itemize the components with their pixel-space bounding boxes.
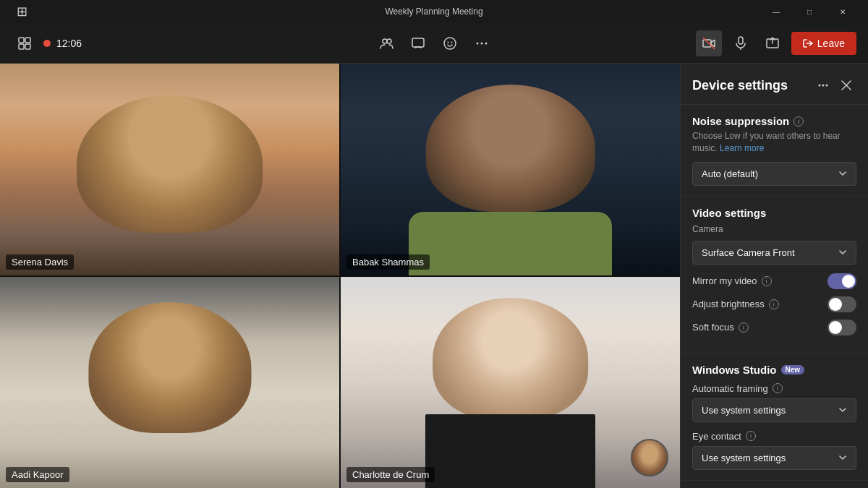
brightness-label: Adjust brightness i: [692, 299, 779, 309]
svg-point-21: [826, 85, 828, 87]
window-title: Weekly Planning Meeting: [385, 7, 482, 17]
mirror-info-icon[interactable]: i: [762, 276, 772, 286]
video-settings-title: Video settings: [692, 207, 856, 219]
windows-studio-section: Windows Studio New Automatic framing i U…: [681, 354, 868, 481]
minimize-button[interactable]: —: [760, 0, 793, 23]
chat-icon[interactable]: [405, 30, 431, 56]
brightness-toggle[interactable]: [827, 296, 856, 312]
svg-point-7: [444, 38, 456, 49]
windows-studio-title: Windows Studio New: [692, 364, 856, 376]
participants-icon[interactable]: [373, 30, 399, 56]
soft-focus-label: Soft focus i: [692, 322, 749, 333]
video-tile-babak: Babak Shammas: [341, 64, 680, 275]
recording-dot: [43, 40, 51, 47]
title-bar-left: ⊞: [9, 0, 35, 25]
toolbar: 12:06: [0, 23, 868, 64]
toolbar-center: [296, 30, 571, 56]
toolbar-left: 12:06: [12, 30, 287, 56]
auto-framing-info-icon[interactable]: i: [773, 383, 783, 393]
svg-point-9: [451, 41, 452, 43]
soft-focus-row: Soft focus i: [692, 320, 856, 335]
maximize-button[interactable]: □: [793, 0, 826, 23]
svg-rect-15: [739, 37, 743, 44]
svg-point-20: [822, 85, 825, 87]
camera-dropdown[interactable]: Surface Camera Front: [692, 241, 856, 265]
svg-rect-6: [412, 38, 424, 47]
svg-point-12: [485, 42, 487, 44]
video-tile-serena: Serena Davis: [0, 64, 339, 275]
svg-rect-3: [25, 44, 30, 49]
brightness-row: Adjust brightness i: [692, 296, 856, 312]
svg-rect-0: [19, 38, 24, 43]
recording-indicator: 12:06: [43, 38, 82, 49]
device-settings-panel: Device settings: [680, 64, 868, 488]
camera-label-row: Camera: [692, 222, 856, 235]
video-tile-charlotte: Charlotte de Crum: [341, 277, 680, 489]
mirror-video-toggle[interactable]: [827, 273, 856, 289]
panel-header-icons: [813, 75, 856, 95]
window-controls: — □ ✕: [760, 0, 859, 23]
noise-suppression-dropdown[interactable]: Auto (default): [692, 162, 856, 186]
panel-close-button[interactable]: [836, 75, 856, 95]
grid-view-button[interactable]: [12, 30, 38, 56]
recording-time: 12:06: [56, 38, 82, 49]
brightness-info-icon[interactable]: i: [769, 299, 779, 309]
learn-more-link[interactable]: Learn more: [720, 143, 764, 153]
participant-name-serena: Serena Davis: [6, 254, 74, 270]
noise-suppression-description: Choose Low if you want others to hear mu…: [692, 130, 856, 155]
leave-label: Leave: [817, 38, 845, 49]
svg-point-10: [476, 42, 478, 44]
auto-framing-label: Automatic framing: [692, 383, 768, 394]
svg-point-4: [383, 39, 387, 43]
toolbar-right: Leave: [581, 30, 856, 56]
soft-focus-toggle[interactable]: [827, 320, 856, 335]
mic-icon[interactable]: [728, 30, 754, 56]
auto-framing-dropdown[interactable]: Use system settings: [692, 398, 856, 422]
participant-name-babak: Babak Shammas: [346, 254, 430, 270]
camera-label: Camera: [692, 224, 723, 234]
main-content: Serena Davis Babak Shammas Aadi Kapoor C…: [0, 64, 868, 488]
svg-rect-1: [25, 38, 30, 43]
panel-header: Device settings: [681, 64, 868, 105]
noise-suppression-section: Noise suppression i Choose Low if you wa…: [681, 105, 868, 197]
more-windows-studio-link[interactable]: More Windows Studio settings: [681, 481, 868, 488]
eye-contact-section: Eye contact i Use system settings: [692, 431, 856, 470]
svg-point-8: [447, 41, 448, 43]
reactions-icon[interactable]: [437, 30, 463, 56]
share-screen-icon[interactable]: [760, 30, 786, 56]
svg-point-11: [480, 42, 482, 44]
video-toggle-button[interactable]: [696, 30, 722, 56]
soft-focus-info-icon[interactable]: i: [739, 322, 749, 333]
panel-title: Device settings: [692, 78, 788, 93]
title-bar: ⊞ Weekly Planning Meeting — □ ✕: [0, 0, 868, 23]
eye-contact-label: Eye contact: [692, 431, 741, 442]
more-options-icon[interactable]: [469, 30, 495, 56]
panel-more-button[interactable]: [813, 75, 833, 95]
participant-name-aadi: Aadi Kapoor: [6, 467, 69, 482]
eye-contact-dropdown[interactable]: Use system settings: [692, 446, 856, 470]
auto-framing-section: Automatic framing i Use system settings: [692, 383, 856, 422]
noise-suppression-title: Noise suppression i: [692, 115, 856, 127]
eye-contact-info-icon[interactable]: i: [746, 431, 756, 441]
video-settings-section: Video settings Camera Surface Camera Fro…: [681, 197, 868, 354]
self-avatar: [631, 439, 668, 476]
svg-point-19: [819, 85, 821, 87]
close-button[interactable]: ✕: [826, 0, 859, 23]
app-grid-icon[interactable]: ⊞: [9, 0, 35, 25]
svg-point-5: [387, 39, 391, 43]
new-badge: New: [781, 365, 805, 374]
mirror-video-row: Mirror my video i: [692, 273, 856, 289]
svg-rect-2: [19, 44, 24, 49]
video-tile-aadi: Aadi Kapoor: [0, 277, 339, 489]
noise-suppression-info-icon[interactable]: i: [793, 116, 804, 127]
participant-name-charlotte: Charlotte de Crum: [346, 467, 435, 482]
leave-button[interactable]: Leave: [791, 32, 856, 55]
video-grid: Serena Davis Babak Shammas Aadi Kapoor C…: [0, 64, 680, 488]
mirror-video-label: Mirror my video i: [692, 275, 772, 286]
